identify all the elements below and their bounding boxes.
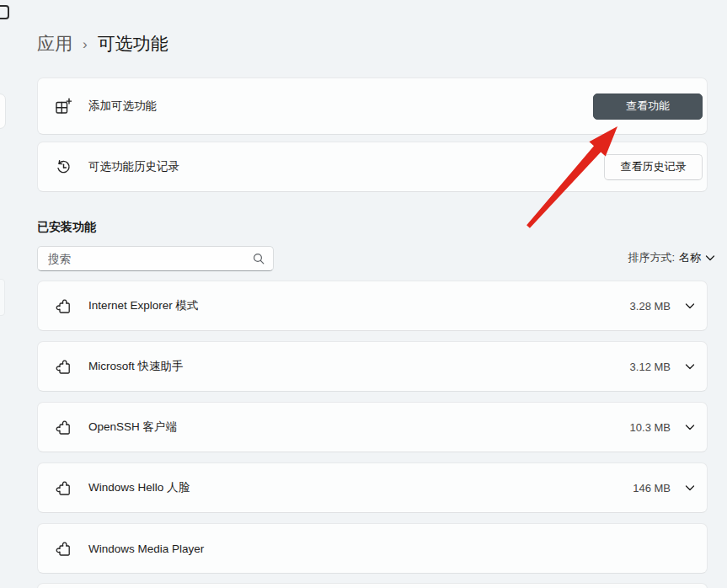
sort-value: 名称 [679, 250, 701, 265]
feature-size: 3.12 MB [630, 361, 671, 373]
puzzle-piece-icon [55, 419, 72, 436]
feature-name: Microsoft 快速助手 [88, 359, 184, 374]
breadcrumb-separator-icon: › [83, 35, 88, 53]
feature-name: OpenSSH 客户端 [88, 420, 177, 435]
search-box[interactable] [37, 246, 274, 271]
feature-size: 146 MB [633, 482, 671, 494]
puzzle-piece-icon [55, 540, 72, 557]
chevron-down-icon[interactable] [685, 423, 695, 431]
feature-name: Windows Media Player [88, 543, 204, 555]
chevron-down-icon[interactable] [685, 302, 695, 310]
breadcrumb: 应用 › 可选功能 [37, 32, 168, 56]
sort-dropdown[interactable]: 排序方式: 名称 [628, 250, 715, 265]
page-title: 可选功能 [98, 32, 168, 56]
view-history-button[interactable]: 查看历史记录 [604, 154, 703, 180]
breadcrumb-apps[interactable]: 应用 [37, 32, 72, 56]
add-feature-icon [55, 98, 72, 115]
feature-name: Internet Explorer 模式 [88, 298, 199, 313]
feature-size: 3.28 MB [630, 300, 671, 313]
feature-row-openssh-client[interactable]: OpenSSH 客户端 10.3 MB [37, 402, 708, 452]
partial-feature-row [37, 583, 708, 588]
chevron-down-icon[interactable] [685, 484, 695, 492]
feature-history-label: 可选功能历史记录 [88, 159, 179, 174]
puzzle-piece-icon [55, 358, 72, 375]
chevron-down-icon [705, 254, 715, 262]
puzzle-piece-icon [55, 297, 72, 314]
feature-row-windows-hello-face[interactable]: Windows Hello 人脸 146 MB [37, 462, 708, 513]
search-input[interactable] [46, 252, 247, 266]
feature-row-windows-media-player[interactable]: Windows Media Player [37, 523, 708, 574]
add-optional-feature-card: 添加可选功能 查看功能 [37, 78, 708, 135]
settings-optional-features-page: 应用 › 可选功能 添加可选功能 查看功能 可选功能历史记录 [0, 0, 727, 588]
puzzle-piece-icon [55, 479, 72, 496]
feature-history-card: 可选功能历史记录 查看历史记录 [37, 142, 708, 192]
feature-name: Windows Hello 人脸 [88, 480, 190, 495]
chevron-down-icon[interactable] [685, 362, 695, 371]
add-feature-label: 添加可选功能 [88, 99, 157, 114]
sort-label: 排序方式: [628, 250, 675, 265]
window-edge-fragment [0, 5, 9, 19]
nav-pane-edge-fragment-2 [0, 279, 5, 316]
feature-row-quick-assist[interactable]: Microsoft 快速助手 3.12 MB [37, 341, 708, 392]
search-icon[interactable] [252, 252, 265, 265]
feature-size: 10.3 MB [630, 421, 671, 434]
history-icon [55, 158, 72, 175]
feature-row-internet-explorer-mode[interactable]: Internet Explorer 模式 3.28 MB [37, 281, 708, 331]
installed-features-heading: 已安装功能 [37, 220, 96, 235]
view-features-button[interactable]: 查看功能 [593, 94, 703, 120]
nav-pane-edge-fragment [0, 94, 6, 129]
